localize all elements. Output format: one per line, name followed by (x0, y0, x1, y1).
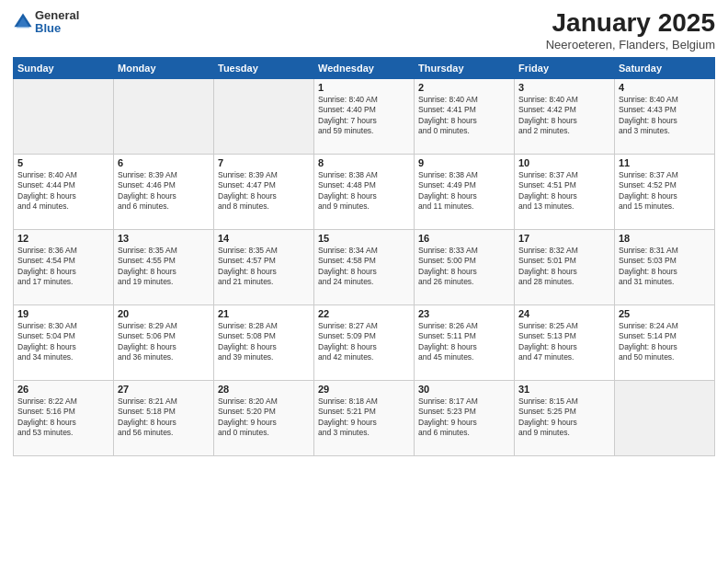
day-info: Sunrise: 8:28 AMSunset: 5:08 PMDaylight:… (218, 321, 310, 363)
day-number: 23 (418, 308, 510, 319)
title-block: January 2025 Neeroeteren, Flanders, Belg… (546, 9, 715, 52)
day-number: 8 (318, 157, 410, 168)
day-number: 26 (17, 384, 109, 395)
table-row: 24Sunrise: 8:25 AMSunset: 5:13 PMDayligh… (515, 304, 615, 380)
day-number: 30 (418, 384, 510, 395)
table-row: 12Sunrise: 8:36 AMSunset: 4:54 PMDayligh… (14, 229, 114, 304)
day-number: 9 (418, 157, 510, 168)
day-number: 24 (518, 308, 610, 319)
day-number: 31 (518, 384, 610, 395)
logo: General Blue (13, 9, 79, 36)
day-number: 6 (118, 157, 210, 168)
calendar-week-row: 26Sunrise: 8:22 AMSunset: 5:16 PMDayligh… (14, 380, 715, 455)
table-row: 19Sunrise: 8:30 AMSunset: 5:04 PMDayligh… (14, 304, 114, 380)
day-number: 3 (518, 82, 610, 93)
day-info: Sunrise: 8:27 AMSunset: 5:09 PMDaylight:… (318, 321, 410, 363)
day-number: 29 (318, 384, 410, 395)
table-row: 31Sunrise: 8:15 AMSunset: 5:25 PMDayligh… (515, 380, 615, 455)
day-number: 20 (118, 308, 210, 319)
table-row: 27Sunrise: 8:21 AMSunset: 5:18 PMDayligh… (114, 380, 214, 455)
day-info: Sunrise: 8:30 AMSunset: 5:04 PMDaylight:… (17, 321, 109, 363)
day-number: 7 (218, 157, 310, 168)
table-row: 9Sunrise: 8:38 AMSunset: 4:49 PMDaylight… (415, 154, 515, 229)
header-tuesday: Tuesday (214, 57, 314, 78)
logo-general-text: General (35, 9, 79, 22)
day-number: 11 (619, 157, 711, 168)
calendar-subtitle: Neeroeteren, Flanders, Belgium (546, 38, 715, 52)
day-number: 12 (17, 233, 109, 244)
day-number: 17 (518, 233, 610, 244)
day-number: 10 (518, 157, 610, 168)
day-info: Sunrise: 8:31 AMSunset: 5:03 PMDaylight:… (619, 246, 711, 288)
day-number: 27 (118, 384, 210, 395)
logo-icon (13, 12, 33, 32)
calendar-week-row: 1Sunrise: 8:40 AMSunset: 4:40 PMDaylight… (14, 78, 715, 154)
day-info: Sunrise: 8:34 AMSunset: 4:58 PMDaylight:… (318, 246, 410, 288)
header-monday: Monday (114, 57, 214, 78)
day-info: Sunrise: 8:40 AMSunset: 4:44 PMDaylight:… (17, 170, 109, 213)
day-info: Sunrise: 8:36 AMSunset: 4:54 PMDaylight:… (17, 246, 109, 288)
table-row: 7Sunrise: 8:39 AMSunset: 4:47 PMDaylight… (214, 154, 314, 229)
day-info: Sunrise: 8:26 AMSunset: 5:11 PMDaylight:… (418, 321, 510, 363)
table-row: 22Sunrise: 8:27 AMSunset: 5:09 PMDayligh… (314, 304, 415, 380)
calendar-week-row: 12Sunrise: 8:36 AMSunset: 4:54 PMDayligh… (14, 229, 715, 304)
day-info: Sunrise: 8:39 AMSunset: 4:46 PMDaylight:… (118, 170, 210, 213)
table-row: 23Sunrise: 8:26 AMSunset: 5:11 PMDayligh… (415, 304, 515, 380)
calendar-body: 1Sunrise: 8:40 AMSunset: 4:40 PMDaylight… (14, 78, 715, 455)
table-row: 25Sunrise: 8:24 AMSunset: 5:14 PMDayligh… (615, 304, 715, 380)
day-info: Sunrise: 8:29 AMSunset: 5:06 PMDaylight:… (118, 321, 210, 363)
day-number: 4 (619, 82, 711, 93)
calendar-header: Sunday Monday Tuesday Wednesday Thursday… (14, 57, 715, 78)
day-info: Sunrise: 8:22 AMSunset: 5:16 PMDaylight:… (17, 396, 109, 439)
page: General Blue January 2025 Neeroeteren, F… (0, 0, 728, 563)
day-info: Sunrise: 8:35 AMSunset: 4:57 PMDaylight:… (218, 246, 310, 288)
day-number: 5 (17, 157, 109, 168)
header-friday: Friday (515, 57, 615, 78)
table-row: 1Sunrise: 8:40 AMSunset: 4:40 PMDaylight… (314, 78, 415, 154)
day-number: 21 (218, 308, 310, 319)
day-number: 25 (619, 308, 711, 319)
day-number: 19 (17, 308, 109, 319)
day-info: Sunrise: 8:21 AMSunset: 5:18 PMDaylight:… (118, 396, 210, 439)
day-number: 16 (418, 233, 510, 244)
table-row (114, 78, 214, 154)
table-row: 30Sunrise: 8:17 AMSunset: 5:23 PMDayligh… (415, 380, 515, 455)
day-info: Sunrise: 8:32 AMSunset: 5:01 PMDaylight:… (518, 246, 610, 288)
calendar-title: January 2025 (546, 9, 715, 38)
day-info: Sunrise: 8:35 AMSunset: 4:55 PMDaylight:… (118, 246, 210, 288)
day-info: Sunrise: 8:33 AMSunset: 5:00 PMDaylight:… (418, 246, 510, 288)
calendar-week-row: 5Sunrise: 8:40 AMSunset: 4:44 PMDaylight… (14, 154, 715, 229)
header-sunday: Sunday (14, 57, 114, 78)
calendar-week-row: 19Sunrise: 8:30 AMSunset: 5:04 PMDayligh… (14, 304, 715, 380)
day-info: Sunrise: 8:20 AMSunset: 5:20 PMDaylight:… (218, 396, 310, 439)
logo-blue-text: Blue (35, 22, 79, 35)
day-number: 18 (619, 233, 711, 244)
table-row: 17Sunrise: 8:32 AMSunset: 5:01 PMDayligh… (515, 229, 615, 304)
table-row: 2Sunrise: 8:40 AMSunset: 4:41 PMDaylight… (415, 78, 515, 154)
table-row: 15Sunrise: 8:34 AMSunset: 4:58 PMDayligh… (314, 229, 415, 304)
day-info: Sunrise: 8:39 AMSunset: 4:47 PMDaylight:… (218, 170, 310, 213)
header-row: Sunday Monday Tuesday Wednesday Thursday… (14, 57, 715, 78)
day-info: Sunrise: 8:37 AMSunset: 4:52 PMDaylight:… (619, 170, 711, 213)
day-number: 22 (318, 308, 410, 319)
header-wednesday: Wednesday (314, 57, 415, 78)
logo-text: General Blue (35, 9, 79, 36)
day-number: 28 (218, 384, 310, 395)
day-info: Sunrise: 8:18 AMSunset: 5:21 PMDaylight:… (318, 396, 410, 439)
day-info: Sunrise: 8:25 AMSunset: 5:13 PMDaylight:… (518, 321, 610, 363)
day-number: 15 (318, 233, 410, 244)
table-row: 28Sunrise: 8:20 AMSunset: 5:20 PMDayligh… (214, 380, 314, 455)
day-number: 1 (318, 82, 410, 93)
table-row: 29Sunrise: 8:18 AMSunset: 5:21 PMDayligh… (314, 380, 415, 455)
table-row: 13Sunrise: 8:35 AMSunset: 4:55 PMDayligh… (114, 229, 214, 304)
header-thursday: Thursday (415, 57, 515, 78)
day-info: Sunrise: 8:38 AMSunset: 4:49 PMDaylight:… (418, 170, 510, 213)
table-row: 4Sunrise: 8:40 AMSunset: 4:43 PMDaylight… (615, 78, 715, 154)
table-row: 8Sunrise: 8:38 AMSunset: 4:48 PMDaylight… (314, 154, 415, 229)
day-info: Sunrise: 8:40 AMSunset: 4:41 PMDaylight:… (418, 95, 510, 137)
table-row: 20Sunrise: 8:29 AMSunset: 5:06 PMDayligh… (114, 304, 214, 380)
table-row: 21Sunrise: 8:28 AMSunset: 5:08 PMDayligh… (214, 304, 314, 380)
table-row: 5Sunrise: 8:40 AMSunset: 4:44 PMDaylight… (14, 154, 114, 229)
day-number: 14 (218, 233, 310, 244)
table-row: 16Sunrise: 8:33 AMSunset: 5:00 PMDayligh… (415, 229, 515, 304)
